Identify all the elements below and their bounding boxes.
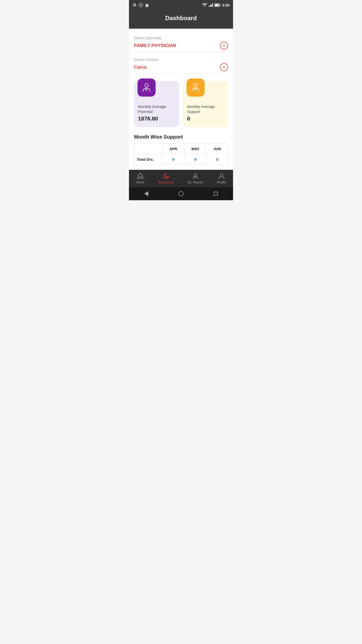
- potential-card-title: Monthly Average Potential: [138, 104, 175, 114]
- svg-point-1: [145, 84, 148, 87]
- table-header-apr: APR: [162, 144, 184, 154]
- app-header: Dashboard: [129, 10, 233, 29]
- svg-point-6: [166, 176, 167, 177]
- table-header-empty: [134, 144, 162, 154]
- android-nav-bar: [129, 187, 233, 200]
- product-dropdown[interactable]: Carca: [134, 63, 228, 74]
- row-apr-value: 0: [162, 154, 184, 165]
- table-header-jun: JUN: [207, 144, 228, 154]
- status-right-icons: 3:50: [202, 3, 230, 7]
- month-wise-table: APR MAY JUN Total Drs. 0 0 0: [134, 143, 228, 165]
- speciality-chevron-icon[interactable]: [220, 42, 228, 50]
- settings-icon: ⚙: [132, 2, 137, 8]
- svg-point-9: [220, 174, 223, 176]
- row-jun-value: 0: [207, 154, 228, 165]
- sd-icon: ▣: [145, 3, 149, 8]
- signal-icon: [209, 3, 213, 7]
- battery-icon: [214, 4, 220, 7]
- back-button[interactable]: [143, 191, 149, 197]
- nav-item-dr-search[interactable]: Dr. Search: [188, 172, 203, 184]
- support-card-icon: [187, 78, 205, 97]
- svg-point-7: [194, 174, 197, 176]
- row-may-value: 0: [184, 154, 206, 165]
- product-selector-group: Select Product Carca: [134, 57, 228, 74]
- support-card-value: 0: [187, 115, 224, 122]
- cards-section: Monthly Average Potential 1876.80 Monthl…: [134, 81, 228, 127]
- main-content: Select Speciality FAMILY PHYSICIAN Selec…: [129, 29, 233, 170]
- radio-icon: [139, 3, 143, 7]
- wifi-icon: [202, 3, 207, 7]
- time-display: 3:50: [222, 3, 230, 7]
- nav-item-dashboard[interactable]: Dashboard: [158, 172, 174, 184]
- nav-label-dr-search: Dr. Search: [188, 180, 203, 184]
- product-label: Select Product: [134, 57, 228, 62]
- support-card: Monthly Average Support 0: [183, 81, 228, 127]
- nav-item-home[interactable]: Home: [136, 172, 145, 184]
- recents-button[interactable]: [213, 191, 219, 197]
- potential-card-value: 1876.80: [138, 115, 175, 122]
- svg-point-0: [204, 6, 205, 7]
- nav-item-profile[interactable]: Profile: [217, 172, 226, 184]
- potential-card-icon: [138, 78, 156, 97]
- product-value: Carca: [134, 65, 147, 70]
- potential-card: Monthly Average Potential 1876.80: [134, 81, 179, 127]
- svg-point-3: [194, 84, 197, 87]
- month-wise-section-title: Month Wise Support: [134, 134, 228, 140]
- bottom-nav: Home Dashboard Dr. Search: [129, 170, 233, 187]
- table-row: Total Drs. 0 0 0: [134, 154, 228, 165]
- speciality-selector-group: Select Speciality FAMILY PHYSICIAN: [134, 36, 228, 52]
- nav-label-home: Home: [136, 180, 145, 184]
- status-left-icons: ⚙ ▣: [132, 2, 149, 8]
- nav-label-profile: Profile: [217, 180, 226, 184]
- home-button[interactable]: [178, 191, 184, 197]
- row-label-total-drs: Total Drs.: [134, 154, 162, 165]
- home-icon: [178, 191, 184, 196]
- speciality-label: Select Speciality: [134, 36, 228, 40]
- status-bar: ⚙ ▣ 3:50: [129, 0, 233, 10]
- speciality-dropdown[interactable]: FAMILY PHYSICIAN: [134, 42, 228, 52]
- back-icon: [144, 191, 148, 196]
- table-header-may: MAY: [184, 144, 206, 154]
- page-title: Dashboard: [134, 15, 228, 22]
- product-chevron-icon[interactable]: [220, 63, 228, 71]
- nav-label-dashboard: Dashboard: [158, 180, 174, 184]
- speciality-value: FAMILY PHYSICIAN: [134, 43, 176, 48]
- recents-icon: [214, 192, 218, 196]
- support-card-title: Monthly Average Support: [187, 104, 224, 114]
